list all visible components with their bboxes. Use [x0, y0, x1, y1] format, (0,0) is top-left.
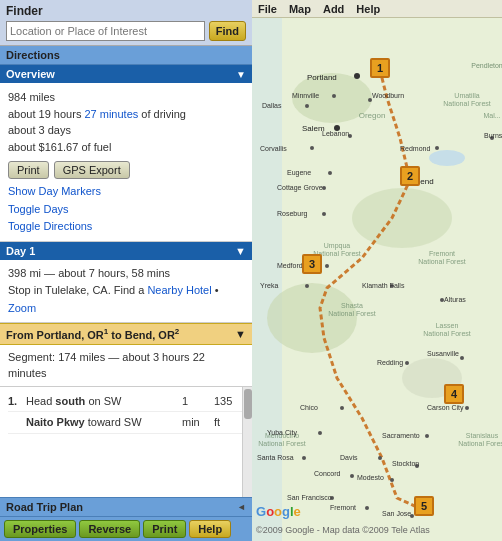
svg-text:Lebanon: Lebanon [322, 130, 349, 137]
google-logo: Google [256, 504, 301, 519]
find-button[interactable]: Find [209, 21, 246, 41]
svg-text:Lassen: Lassen [436, 322, 459, 329]
roadtrip-print-button[interactable]: Print [143, 520, 186, 538]
left-panel: Finder Find Directions Overview ▼ 984 mi… [0, 0, 252, 541]
svg-text:Carson City: Carson City [427, 404, 464, 412]
map-copyright: ©2009 Google - Map data ©2009 Tele Atlas [256, 525, 430, 535]
overview-fuel: about $161.67 of fuel [8, 139, 244, 156]
svg-point-45 [405, 361, 409, 365]
svg-text:National Forest: National Forest [423, 330, 471, 337]
svg-text:National Forest: National Forest [443, 100, 491, 107]
svg-point-49 [465, 406, 469, 410]
menu-help[interactable]: Help [356, 3, 380, 15]
svg-text:Fremont: Fremont [429, 250, 455, 257]
svg-text:Mal...: Mal... [483, 112, 500, 119]
direction-step-1: 1. Head south on SW 1 135 [8, 391, 244, 413]
svg-text:Yreka: Yreka [260, 282, 278, 289]
svg-point-67 [365, 506, 369, 510]
overview-days: about 3 days [8, 122, 244, 139]
step-action: Head south on SW [26, 393, 180, 410]
map-menubar: File Map Add Help [252, 0, 502, 18]
svg-point-1 [429, 150, 465, 166]
svg-text:Redmond: Redmond [400, 145, 430, 152]
waypoint-5: 5 [414, 496, 434, 516]
help-button[interactable]: Help [189, 520, 231, 538]
svg-text:Stanislaus: Stanislaus [466, 432, 499, 439]
svg-text:Susanville: Susanville [427, 350, 459, 357]
svg-point-61 [350, 474, 354, 478]
svg-text:Dallas: Dallas [262, 102, 282, 109]
svg-point-29 [435, 146, 439, 150]
svg-text:Alturas: Alturas [444, 296, 466, 303]
svg-point-21 [332, 94, 336, 98]
waypoint-4: 4 [444, 384, 464, 404]
zoom-link[interactable]: Zoom [8, 302, 36, 314]
svg-text:Shasta: Shasta [341, 302, 363, 309]
svg-text:Santa Rosa: Santa Rosa [257, 454, 294, 461]
scrollbar[interactable] [242, 387, 252, 497]
day1-header[interactable]: Day 1 ▼ [0, 242, 252, 260]
svg-text:Sacramento: Sacramento [382, 432, 420, 439]
map-svg-container: Oregon Umpqua National Forest Shasta Nat… [252, 18, 502, 541]
waypoint-3: 3 [302, 254, 322, 274]
fromto-segment: Segment: 174 miles — about 3 hours 22 mi… [8, 349, 244, 382]
svg-point-39 [305, 284, 309, 288]
fromto-label: From Portland, OR1 to Bend, OR2 [6, 327, 179, 341]
overview-header[interactable]: Overview ▼ [0, 65, 252, 83]
fromto-content: Segment: 174 miles — about 3 hours 22 mi… [0, 345, 252, 387]
bottom-buttons: Properties Reverse Print Help [0, 516, 252, 541]
svg-point-37 [325, 264, 329, 268]
svg-text:Roseburg: Roseburg [277, 210, 307, 218]
step-col3: 1 [182, 393, 212, 410]
svg-text:National Forest: National Forest [328, 310, 376, 317]
svg-text:National Forest: National Forest [258, 440, 306, 447]
svg-point-53 [425, 434, 429, 438]
menu-file[interactable]: File [258, 3, 277, 15]
svg-text:Portland: Portland [307, 73, 337, 82]
step-col4b: ft [214, 414, 244, 431]
svg-text:Minnville: Minnville [292, 92, 319, 99]
overview-label: Overview [6, 68, 55, 80]
roadtrip-arrow-icon: ◄ [237, 502, 246, 512]
svg-text:Oregon: Oregon [359, 111, 386, 120]
show-day-markers-link[interactable]: Show Day Markers [8, 183, 244, 200]
finder-bar: Finder Find [0, 0, 252, 46]
svg-text:Eugene: Eugene [287, 169, 311, 177]
properties-button[interactable]: Properties [4, 520, 76, 538]
toggle-days-link[interactable]: Toggle Days [8, 201, 244, 218]
svg-text:Davis: Davis [340, 454, 358, 461]
overview-content: 984 miles about 19 hours 27 minutes of d… [0, 83, 252, 242]
waypoint-1: 1 [370, 58, 390, 78]
svg-text:San Jose: San Jose [382, 510, 411, 517]
menu-map[interactable]: Map [289, 3, 311, 15]
svg-text:Klamath Falls: Klamath Falls [362, 282, 405, 289]
finder-input-row: Find [6, 21, 246, 41]
svg-point-5 [267, 283, 357, 353]
directions-list: 1. Head south on SW 1 135 Naito Pkwy tow… [0, 387, 252, 497]
toggle-directions-link[interactable]: Toggle Directions [8, 218, 244, 235]
day1-content: 398 mi — about 7 hours, 58 mins Stop in … [0, 260, 252, 324]
menu-add[interactable]: Add [323, 3, 344, 15]
day1-label: Day 1 [6, 245, 35, 257]
waypoint-2: 2 [400, 166, 420, 186]
svg-text:Corvallis: Corvallis [260, 145, 287, 152]
svg-text:Concord: Concord [314, 470, 341, 477]
svg-text:Cottage Grove: Cottage Grove [277, 184, 323, 192]
button-row: Print GPS Export [8, 161, 244, 179]
roadtrip-label: Road Trip Plan [6, 501, 83, 513]
search-input[interactable] [6, 21, 205, 41]
fromto-header[interactable]: From Portland, OR1 to Bend, OR2 ▼ [0, 323, 252, 345]
svg-text:Stockton: Stockton [392, 460, 419, 467]
hotel-link[interactable]: Hotel [186, 284, 212, 296]
svg-rect-2 [252, 18, 282, 541]
gps-export-button[interactable]: GPS Export [54, 161, 130, 179]
step-number: 1. [8, 393, 24, 410]
svg-point-19 [354, 73, 360, 79]
svg-text:Medford: Medford [277, 262, 303, 269]
svg-text:Burns: Burns [484, 132, 502, 139]
svg-text:San Francisco: San Francisco [287, 494, 332, 501]
print-button[interactable]: Print [8, 161, 49, 179]
step-street-detail: Naito Pkwy toward SW [26, 414, 180, 431]
reverse-button[interactable]: Reverse [79, 520, 140, 538]
nearby-link[interactable]: Nearby [147, 284, 182, 296]
